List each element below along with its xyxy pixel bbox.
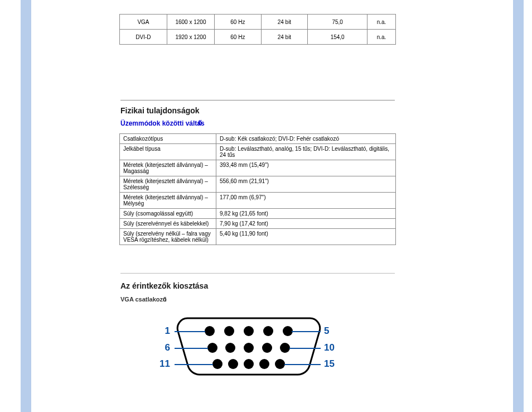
svg-point-10 (212, 359, 223, 369)
section-subheading-vga: VGA csatlakozó ű (120, 296, 167, 303)
cell-value: 393,48 mm (15,49") (216, 160, 396, 176)
cell: n.a. (367, 15, 396, 30)
svg-point-12 (244, 359, 254, 369)
cell: 154,0 (308, 30, 367, 45)
table-row: Méretek (kiterjesztett állvánnyal) – Mag… (120, 160, 396, 176)
cell: 24 bit (261, 15, 308, 30)
pin-label-1: 1 (165, 325, 170, 337)
cell-value: 5,40 kg (11,90 font) (216, 229, 396, 245)
cell-key: Súly (szerelvény nélkül – falra vagy VES… (120, 229, 216, 245)
cell-key: Súly (csomagolással együtt) (120, 209, 216, 219)
cell: DVI-D (120, 30, 167, 45)
accent-letter: ő (198, 119, 202, 127)
pin-label-10: 10 (324, 342, 335, 353)
leader-line (289, 348, 321, 349)
cell: 1600 x 1200 (167, 15, 214, 30)
decorative-rail-right (513, 0, 524, 412)
svg-point-13 (259, 359, 269, 369)
cell-key: Méretek (kiterjesztett állvánnyal) – Mag… (120, 160, 216, 176)
cell-value: 7,90 kg (17,42 font) (216, 219, 396, 229)
cell: 1920 x 1200 (167, 30, 214, 45)
cell-key: Jelkábel típusa (120, 144, 216, 160)
cell: n.a. (367, 30, 396, 45)
svg-point-2 (244, 326, 254, 336)
section-subheading-modes: ő Üzemmódok közötti váltás (120, 119, 205, 127)
cell-value: D-sub: Leválasztható, analóg, 15 tűs; DV… (216, 144, 396, 160)
svg-point-7 (244, 343, 254, 353)
pin-label-5: 5 (324, 325, 329, 337)
accent-letter: ű (163, 296, 167, 303)
cell: 60 Hz (215, 15, 262, 30)
cell-key: Csatlakozótípus (120, 134, 216, 144)
svg-point-14 (275, 359, 285, 369)
table-row: Súly (szerelvény nélkül – falra vagy VES… (120, 229, 396, 245)
svg-point-8 (262, 343, 272, 353)
subheading-text: VGA csatlakozó (120, 296, 167, 303)
leader-line (175, 364, 213, 365)
svg-point-1 (224, 326, 234, 336)
cell: 75,0 (308, 15, 367, 30)
cell-key: Súly (szerelvénnyel és kábelekkel) (120, 219, 216, 229)
cell-value: 177,00 mm (6,97") (216, 193, 396, 209)
cell-key: Méretek (kiterjesztett állvánnyal) – Szé… (120, 176, 216, 193)
decorative-rail-left (21, 0, 31, 412)
table-row: Súly (szerelvénnyel és kábelekkel) 7,90 … (120, 219, 396, 229)
svg-point-6 (225, 343, 235, 353)
section-divider (120, 100, 395, 100)
signal-modes-table: VGA 1600 x 1200 60 Hz 24 bit 75,0 n.a. D… (119, 14, 396, 45)
leader-line (175, 348, 208, 349)
svg-point-11 (228, 359, 238, 369)
table-row: Méretek (kiterjesztett állvánnyal) – Szé… (120, 176, 396, 193)
pin-label-11: 11 (159, 358, 170, 370)
cell: 60 Hz (215, 30, 262, 45)
section-heading-physical: Fizikai tulajdonságok (120, 106, 200, 115)
table-row: Méretek (kiterjesztett állvánnyal) – Mél… (120, 193, 396, 209)
vga-connector-svg (157, 310, 346, 399)
vga-connector-diagram: 1 6 11 5 10 15 (157, 310, 346, 399)
page: VGA 1600 x 1200 60 Hz 24 bit 75,0 n.a. D… (0, 0, 532, 412)
svg-point-3 (263, 326, 273, 336)
table-row: Súly (csomagolással együtt) 9,82 kg (21,… (120, 209, 396, 219)
cell: VGA (120, 15, 167, 30)
table-row: DVI-D 1920 x 1200 60 Hz 24 bit 154,0 n.a… (120, 30, 396, 45)
cell: 24 bit (261, 30, 308, 45)
physical-properties-table: Csatlakozótípus D-sub: Kék csatlakozó; D… (119, 133, 396, 245)
svg-point-5 (207, 343, 217, 353)
table-row: Csatlakozótípus D-sub: Kék csatlakozó; D… (120, 134, 396, 144)
leader-line (284, 364, 321, 365)
cell-value: 556,60 mm (21,91") (216, 176, 396, 193)
section-heading-pinout: Az érintkezők kiosztása (120, 281, 208, 290)
svg-point-0 (205, 326, 215, 336)
document-column: VGA 1600 x 1200 60 Hz 24 bit 75,0 n.a. D… (31, 0, 432, 412)
leader-line (292, 331, 321, 332)
subheading-text: Üzemmódok közötti váltás (120, 119, 205, 127)
table-row: Jelkábel típusa D-sub: Leválasztható, an… (120, 144, 396, 160)
pin-label-15: 15 (324, 358, 335, 370)
table-row: VGA 1600 x 1200 60 Hz 24 bit 75,0 n.a. (120, 15, 396, 30)
svg-point-9 (280, 343, 290, 353)
section-divider (120, 273, 395, 274)
cell-value: 9,82 kg (21,65 font) (216, 209, 396, 219)
cell-key: Méretek (kiterjesztett állvánnyal) – Mél… (120, 193, 216, 209)
cell-value: D-sub: Kék csatlakozó; DVI-D: Fehér csat… (216, 134, 396, 144)
leader-line (175, 331, 205, 332)
pin-label-6: 6 (165, 342, 170, 353)
outer-panel: VGA 1600 x 1200 60 Hz 24 bit 75,0 n.a. D… (31, 0, 513, 412)
